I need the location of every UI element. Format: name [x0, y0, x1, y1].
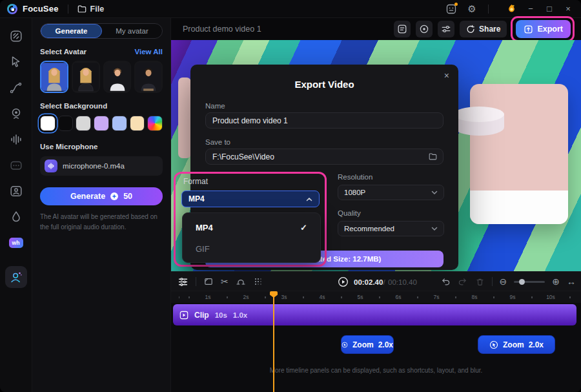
- swatch-cream[interactable]: [130, 116, 145, 131]
- chevron-up-icon: [306, 197, 312, 201]
- zoom-out-button[interactable]: ⊖: [500, 277, 507, 286]
- sidebar-item-ai-avatar[interactable]: [5, 266, 27, 288]
- sidebar-item-cursor[interactable]: [8, 54, 24, 70]
- avatar-option-4[interactable]: [134, 61, 163, 93]
- slide-card-footer: [470, 191, 568, 224]
- window-maximize-button[interactable]: □: [543, 4, 556, 14]
- format-label: Format: [183, 177, 208, 186]
- frame-icon: [203, 276, 214, 287]
- spline-icon: [9, 81, 23, 95]
- adjustments-button[interactable]: [438, 21, 454, 37]
- sidebar-item-audio[interactable]: [8, 132, 24, 147]
- zoom-effect-badge-2[interactable]: Zoom 2.0x: [478, 335, 555, 354]
- resolution-label: Resolution: [338, 173, 372, 181]
- frame-tool-button[interactable]: [203, 276, 214, 287]
- scissors-icon: ✂: [221, 276, 229, 287]
- share-button[interactable]: Share: [460, 21, 507, 37]
- undo-button[interactable]: [440, 276, 451, 287]
- cylinder-top: [454, 107, 504, 122]
- avatar-option-1[interactable]: [40, 61, 68, 93]
- ruler-tick: 4s: [314, 294, 330, 300]
- format-option-mp4[interactable]: MP4 ✓: [183, 217, 320, 238]
- export-list-icon: [397, 24, 407, 34]
- settings-button[interactable]: ⚙: [465, 2, 479, 16]
- undo-icon: [440, 276, 451, 287]
- ruler-tick: 5s: [352, 294, 368, 300]
- slide-card-edge: [178, 77, 191, 158]
- titlebar-divider: [488, 5, 489, 14]
- microphone-select[interactable]: microphone-0.m4a: [40, 156, 163, 176]
- quality-label: Quality: [338, 209, 361, 217]
- titlebar-divider: [68, 5, 68, 14]
- sidebar-item-blur[interactable]: [8, 209, 24, 225]
- cut-tool-button[interactable]: ✂: [221, 276, 229, 287]
- quality-select[interactable]: Recommended: [338, 221, 444, 236]
- blur-tool-button[interactable]: [253, 276, 263, 287]
- window-close-button[interactable]: ×: [562, 4, 575, 14]
- sidebar-item-screen[interactable]: [8, 183, 24, 199]
- chevron-down-icon: [431, 227, 438, 231]
- swatch-lavender[interactable]: [94, 116, 109, 131]
- tab-my-avatar[interactable]: My avatar: [102, 24, 162, 38]
- ruler-tick: 2s: [238, 294, 254, 300]
- swatch-black[interactable]: [58, 116, 74, 131]
- ruler-tick: 7s: [429, 294, 444, 300]
- save-to-input[interactable]: [205, 149, 443, 165]
- playhead[interactable]: [273, 291, 274, 392]
- sidebar-item-background[interactable]: [8, 28, 24, 44]
- timeline-panels-button[interactable]: [178, 276, 189, 287]
- app-logo-icon: [6, 3, 18, 15]
- swatch-periwinkle[interactable]: [112, 116, 127, 131]
- generate-button[interactable]: Generate 50: [40, 187, 163, 205]
- avatar-option-3[interactable]: [103, 61, 132, 93]
- zoom-effect-badge-1[interactable]: Zoom 2.0x: [341, 335, 394, 354]
- sidebar-item-whats-new[interactable]: wh: [8, 235, 24, 251]
- panel-tabs: Generate My avatar: [40, 23, 163, 39]
- microphone-icon: [45, 160, 57, 172]
- app-name: FocuSee: [23, 4, 59, 14]
- drop-icon: [9, 210, 23, 224]
- blur-grid-icon: [253, 276, 263, 287]
- export-button[interactable]: Export: [516, 20, 571, 38]
- feedback-button[interactable]: [444, 2, 458, 16]
- swatch-light-gray[interactable]: [76, 116, 91, 131]
- file-menu[interactable]: File: [77, 5, 105, 14]
- export-list-button[interactable]: [394, 21, 411, 37]
- resolution-select[interactable]: 1080P: [338, 185, 444, 200]
- play-button[interactable]: [338, 276, 349, 287]
- timeline-clip[interactable]: Clip 10s 1.0x: [173, 304, 576, 325]
- sidebar-item-webcam[interactable]: [8, 106, 24, 121]
- slider-knob[interactable]: [519, 279, 525, 285]
- toolbar-divider: [196, 277, 196, 286]
- name-input[interactable]: [205, 112, 443, 129]
- format-select[interactable]: MP4: [181, 191, 320, 207]
- browse-folder-icon[interactable]: [429, 152, 437, 160]
- waveform-icon: [9, 132, 23, 147]
- tab-generate[interactable]: Generate: [41, 24, 102, 38]
- name-label: Name: [205, 102, 225, 110]
- timeline-zoom-slider[interactable]: [514, 281, 545, 283]
- save-to-label: Save to: [205, 138, 230, 146]
- format-option-gif[interactable]: GIF: [183, 238, 320, 260]
- delete-button[interactable]: [475, 277, 485, 287]
- fit-timeline-button[interactable]: ↔: [567, 277, 576, 286]
- video-canvas: × Export Video Name Save to Resolution 1…: [171, 40, 581, 271]
- zoom-cursor-icon: [341, 340, 348, 349]
- gear-icon: ⚙: [467, 4, 476, 14]
- sidebar-item-spline[interactable]: [8, 80, 24, 96]
- avatar-option-2[interactable]: [72, 61, 100, 93]
- view-all-link[interactable]: View All: [135, 48, 163, 56]
- preview-button[interactable]: [416, 21, 433, 37]
- swatch-white[interactable]: [40, 116, 56, 131]
- sidebar-item-captions[interactable]: [8, 158, 24, 173]
- credits-coin-icon: [110, 192, 119, 201]
- timeline-ruler[interactable]: 1s 2s 3s 4s 5s 6s 7s 8s 9s 10s: [171, 291, 581, 303]
- rewards-button[interactable]: [504, 2, 518, 16]
- background-swatches: [40, 116, 163, 131]
- panels-icon: [178, 276, 189, 287]
- zoom-in-button[interactable]: ⊕: [552, 277, 560, 286]
- speed-tool-button[interactable]: [236, 276, 246, 287]
- redo-button[interactable]: [458, 276, 468, 287]
- window-minimize-button[interactable]: −: [524, 4, 537, 14]
- swatch-rainbow[interactable]: [147, 116, 163, 131]
